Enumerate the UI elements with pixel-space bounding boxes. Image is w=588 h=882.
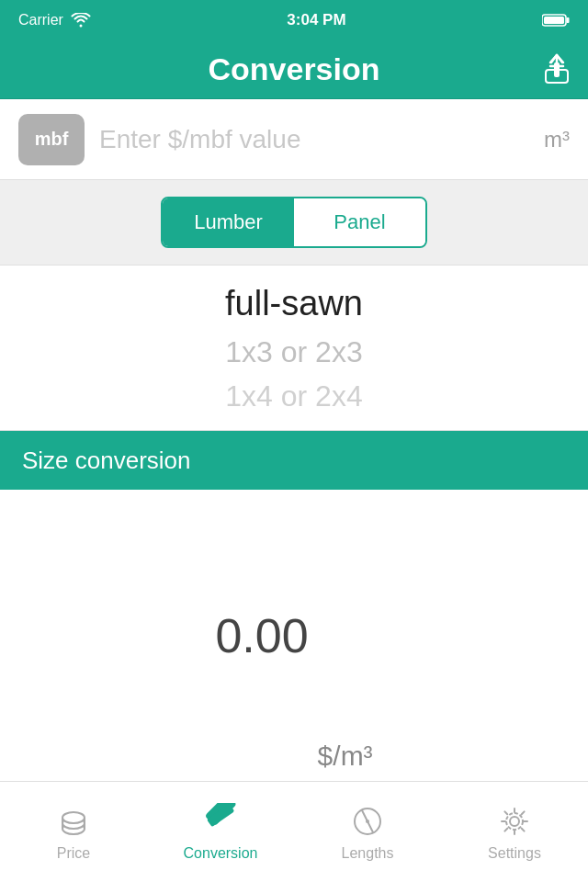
section-header: Size conversion: [0, 431, 588, 490]
svg-point-18: [510, 817, 519, 826]
section-header-label: Size conversion: [22, 447, 191, 475]
segment-panel[interactable]: Panel: [294, 198, 425, 246]
page-title: Conversion: [208, 51, 379, 87]
tab-conversion[interactable]: Conversion: [147, 782, 294, 882]
main-content: mbf m³ Lumber Panel full-sawn 1x3 or 2x3…: [0, 99, 588, 781]
segment-lumber[interactable]: Lumber: [163, 198, 294, 246]
tab-settings[interactable]: Settings: [441, 782, 588, 882]
price-input[interactable]: [99, 125, 529, 154]
tab-bar: Price Conversion Lengths: [0, 781, 588, 882]
tab-price[interactable]: Price: [0, 782, 147, 882]
picker-main-text: full-sawn: [225, 277, 363, 330]
battery-icon: [542, 13, 570, 28]
result-area: 0.00 $/m³: [0, 490, 588, 781]
ruler-icon: [202, 803, 239, 840]
settings-icon: [496, 803, 533, 840]
status-bar: Carrier 3:04 PM: [0, 0, 588, 40]
picker-sub2-text: 1x4 or 2x4: [225, 374, 362, 418]
share-icon: [544, 51, 570, 85]
tab-price-label: Price: [57, 845, 90, 862]
nav-bar: Conversion: [0, 40, 588, 99]
wifi-icon: [71, 13, 91, 28]
unit-label: m³: [544, 127, 570, 153]
picker-item-sub1: 1x3 or 2x3: [225, 330, 362, 374]
segment-control: Lumber Panel: [161, 197, 427, 248]
status-bar-time: 3:04 PM: [287, 11, 345, 29]
unit-badge: mbf: [18, 114, 85, 165]
input-row: mbf m³: [0, 99, 588, 180]
status-bar-left: Carrier: [18, 12, 91, 28]
compass-icon: [349, 803, 386, 840]
svg-point-19: [506, 813, 523, 830]
tab-conversion-label: Conversion: [184, 845, 258, 862]
picker-item-sub2: 1x4 or 2x4: [225, 374, 362, 418]
svg-point-17: [366, 820, 369, 823]
svg-rect-1: [566, 17, 569, 23]
svg-point-8: [62, 812, 85, 823]
carrier-label: Carrier: [18, 12, 63, 28]
status-bar-right: [542, 13, 570, 28]
result-value: 0.00: [215, 608, 308, 663]
svg-rect-2: [544, 17, 564, 24]
tab-settings-label: Settings: [488, 845, 541, 862]
svg-line-15: [362, 810, 368, 821]
segment-wrapper: Lumber Panel: [0, 180, 588, 266]
share-button[interactable]: [544, 51, 570, 88]
tab-lengths[interactable]: Lengths: [294, 782, 441, 882]
tab-lengths-label: Lengths: [342, 845, 394, 862]
result-unit: $/m³: [318, 741, 373, 772]
picker-sub1-text: 1x3 or 2x3: [225, 330, 362, 374]
coins-icon: [55, 803, 92, 840]
picker-item-main: full-sawn: [225, 277, 363, 330]
picker-area[interactable]: full-sawn 1x3 or 2x3 1x4 or 2x4: [0, 266, 588, 431]
svg-line-16: [368, 821, 373, 832]
